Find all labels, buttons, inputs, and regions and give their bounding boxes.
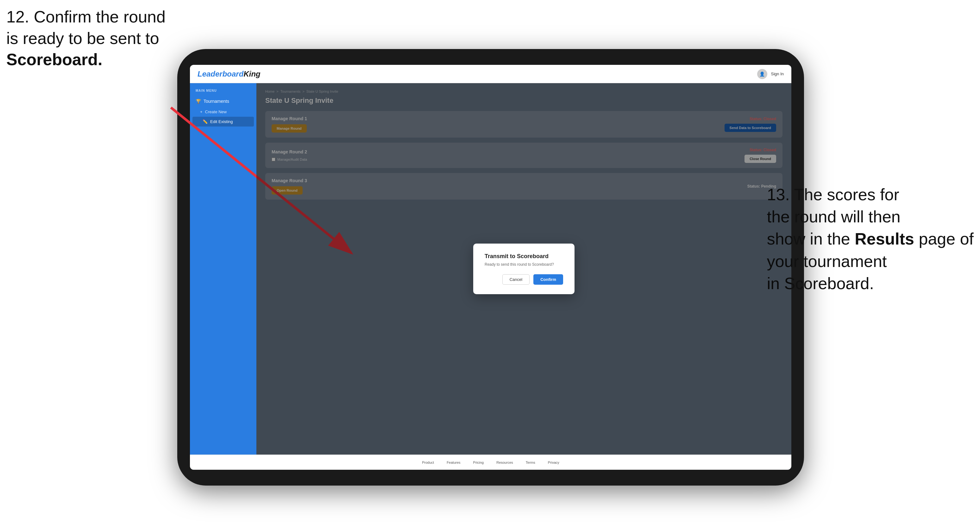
sidebar-tournaments-label: Tournaments (204, 99, 229, 104)
create-new-label: Create New (205, 110, 227, 114)
sidebar-item-edit-existing[interactable]: ✏️ Edit Existing (192, 117, 254, 127)
annotation-right: 13. The scores for the round will then s… (767, 184, 974, 295)
main-content: Home > Tournaments > State U Spring Invi… (256, 83, 791, 454)
sidebar: MAIN MENU 🏆 Tournaments + Create New ✏️ … (190, 83, 256, 454)
modal-overlay: Transmit to Scoreboard Ready to send thi… (256, 83, 791, 454)
footer-link-pricing[interactable]: Pricing (473, 460, 484, 464)
footer-link-product[interactable]: Product (422, 460, 434, 464)
modal-confirm-button[interactable]: Confirm (533, 274, 563, 285)
annotation-top-left: 12. Confirm the round is ready to be sen… (6, 6, 165, 71)
footer-bar: Product Features Pricing Resources Terms… (190, 454, 791, 470)
plus-icon: + (200, 110, 203, 114)
tablet-device: LeaderboardKing 👤 Sign In MAIN MENU 🏆 To… (177, 49, 804, 486)
modal-title: Transmit to Scoreboard (485, 253, 563, 260)
logo: LeaderboardKing (197, 70, 261, 78)
sign-in-button[interactable]: Sign In (771, 71, 784, 76)
avatar-icon: 👤 (757, 69, 767, 79)
content-area: MAIN MENU 🏆 Tournaments + Create New ✏️ … (190, 83, 791, 454)
edit-icon: ✏️ (203, 119, 208, 124)
step-13-text: 13. The scores for the round will then s… (767, 186, 974, 293)
modal-subtitle: Ready to send this round to Scoreboard? (485, 262, 563, 267)
main-menu-label: MAIN MENU (190, 89, 256, 95)
logo-area: LeaderboardKing (197, 70, 261, 78)
tablet-screen: LeaderboardKing 👤 Sign In MAIN MENU 🏆 To… (190, 65, 791, 470)
footer-link-privacy[interactable]: Privacy (548, 460, 559, 464)
modal-cancel-button[interactable]: Cancel (502, 274, 530, 285)
transmit-modal: Transmit to Scoreboard Ready to send thi… (473, 244, 574, 294)
trophy-icon: 🏆 (196, 99, 201, 104)
top-nav: LeaderboardKing 👤 Sign In (190, 65, 791, 83)
modal-buttons: Cancel Confirm (485, 274, 563, 285)
sidebar-item-create-new[interactable]: + Create New (190, 107, 256, 117)
step-12-text: 12. Confirm the round is ready to be sen… (6, 8, 165, 69)
footer-link-terms[interactable]: Terms (526, 460, 535, 464)
footer-link-features[interactable]: Features (447, 460, 460, 464)
footer-link-resources[interactable]: Resources (496, 460, 513, 464)
nav-right: 👤 Sign In (757, 69, 784, 79)
edit-existing-label: Edit Existing (210, 119, 233, 124)
sidebar-item-tournaments[interactable]: 🏆 Tournaments (190, 95, 256, 107)
